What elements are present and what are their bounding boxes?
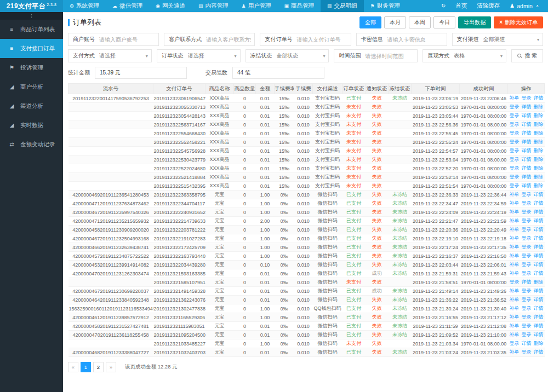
action-link[interactable]: 补单 <box>510 253 520 258</box>
freeze-status-select[interactable]: 全部状态▾ <box>277 52 329 60</box>
action-link[interactable]: 登录 <box>510 148 520 153</box>
action-link[interactable]: 登录 <box>522 218 532 223</box>
action-link[interactable]: 补单 <box>510 349 520 355</box>
action-link[interactable]: 补单 <box>510 192 520 197</box>
page-button-1[interactable]: 1 <box>81 362 91 372</box>
action-link[interactable]: 登录 <box>522 253 532 258</box>
action-link[interactable]: 详情 <box>534 270 544 276</box>
sidebar-item-balance-log[interactable]: ⇄金额变动记录 <box>0 135 63 154</box>
action-link[interactable]: 详情 <box>534 200 544 206</box>
action-link[interactable]: 详情 <box>534 253 544 258</box>
delete-invalid-orders-button[interactable]: ×删除无效订单 <box>494 16 543 28</box>
sidebar-item-payment-orders[interactable]: ≡支付接口订单 <box>0 39 63 58</box>
action-link[interactable]: 登录 <box>510 122 520 127</box>
nav-item-transactions[interactable]: ▥交易明细 <box>321 0 364 12</box>
action-link[interactable]: 删除 <box>534 174 544 180</box>
action-link[interactable]: 详情 <box>522 113 532 118</box>
merchant-account-input[interactable] <box>99 37 155 43</box>
home-link[interactable]: 首页 <box>450 2 472 10</box>
nav-item-products[interactable]: ▣商品管理 <box>278 0 321 12</box>
action-link[interactable]: 详情 <box>534 192 544 197</box>
time-range-input[interactable] <box>365 53 414 59</box>
action-link[interactable]: 详情 <box>534 227 544 232</box>
action-link[interactable]: 删除 <box>534 139 544 145</box>
action-link[interactable]: 删除 <box>534 183 544 188</box>
action-link[interactable]: 补单 <box>510 314 520 320</box>
search-button[interactable]: 搜 索 <box>511 49 543 62</box>
range-button-2[interactable]: 本月 <box>384 16 406 28</box>
page-button-2[interactable]: 2 <box>93 362 104 372</box>
sidebar-item-complaints[interactable]: ⚑投诉管理 <box>0 58 63 77</box>
action-link[interactable]: 登录 <box>522 323 532 328</box>
action-link[interactable]: 补单 <box>510 209 520 215</box>
action-link[interactable]: 登录 <box>522 235 532 241</box>
action-link[interactable]: 登录 <box>510 174 520 180</box>
prev-page-button[interactable]: « <box>68 362 78 372</box>
action-link[interactable]: 详情 <box>522 279 532 285</box>
range-button-4[interactable]: 今日 <box>433 16 455 28</box>
payment-order-no-input[interactable] <box>296 37 347 43</box>
action-link[interactable]: 补单 <box>510 218 520 223</box>
action-link[interactable]: 登录 <box>510 130 520 136</box>
action-link[interactable]: 详情 <box>534 349 544 355</box>
range-button-1[interactable]: 全部 <box>359 16 381 28</box>
display-mode-select[interactable]: 表格▾ <box>454 52 506 60</box>
action-link[interactable]: 补单 <box>510 297 520 302</box>
action-link[interactable]: 详情 <box>534 209 544 215</box>
action-link[interactable]: 详情 <box>534 288 544 293</box>
action-link[interactable]: 登录 <box>510 104 520 109</box>
action-link[interactable]: 详情 <box>534 297 544 302</box>
action-link[interactable]: 详情 <box>534 332 544 337</box>
action-link[interactable]: 详情 <box>534 218 544 223</box>
action-link[interactable]: 登录 <box>510 183 520 188</box>
action-link[interactable]: 删除 <box>534 104 544 109</box>
payment-channel-select[interactable]: 全部渠道▾ <box>483 36 543 43</box>
action-link[interactable]: 详情 <box>522 157 532 162</box>
action-link[interactable]: 详情 <box>522 130 532 136</box>
action-link[interactable]: 登录 <box>522 95 532 101</box>
action-link[interactable]: 登录 <box>522 192 532 197</box>
action-link[interactable]: 详情 <box>522 165 532 171</box>
range-button-3[interactable]: 本周 <box>409 16 431 28</box>
action-link[interactable]: 删除 <box>534 157 544 162</box>
action-link[interactable]: 详情 <box>522 139 532 145</box>
action-link[interactable]: 登录 <box>522 200 532 206</box>
action-link[interactable]: 删除 <box>534 122 544 127</box>
action-link[interactable]: 登录 <box>510 165 520 171</box>
action-link[interactable]: 详情 <box>522 174 532 180</box>
sidebar-item-product-orders[interactable]: ≡商品订单列表 <box>0 20 63 39</box>
next-page-button[interactable]: » <box>106 362 116 372</box>
action-link[interactable]: 登录 <box>522 305 532 311</box>
sidebar-item-channel-analysis[interactable]: ◢渠道分析 <box>0 96 63 116</box>
action-link[interactable]: 登录 <box>522 244 532 250</box>
action-link[interactable]: 登录 <box>510 139 520 145</box>
nav-item-users[interactable]: ♟用户管理 <box>235 0 277 12</box>
action-link[interactable]: 补单 <box>510 288 520 293</box>
sidebar-item-merchant-analysis[interactable]: ◢商户分析 <box>0 77 63 96</box>
action-link[interactable]: 补单 <box>510 323 520 328</box>
action-link[interactable]: 补单 <box>510 332 520 337</box>
clear-cache-link[interactable]: 清除缓存 <box>472 2 505 10</box>
action-link[interactable]: 登录 <box>510 341 520 346</box>
refresh-button[interactable]: ↻ <box>436 3 450 9</box>
action-link[interactable]: 详情 <box>534 323 544 328</box>
action-link[interactable]: 登录 <box>522 262 532 267</box>
card-info-input[interactable] <box>387 37 443 43</box>
sidebar-item-realtime-data[interactable]: ◢实时数据 <box>0 116 63 135</box>
action-link[interactable]: 详情 <box>534 314 544 320</box>
action-link[interactable]: 补单 <box>510 305 520 311</box>
action-link[interactable]: 详情 <box>522 341 532 346</box>
action-link[interactable]: 详情 <box>534 305 544 311</box>
action-link[interactable]: 登录 <box>522 209 532 215</box>
export-data-button[interactable]: 导出数据 <box>458 16 491 28</box>
nav-item-content[interactable]: ▤内容管理 <box>192 0 235 12</box>
user-menu[interactable]: ♟ admin ∧ <box>505 3 544 9</box>
action-link[interactable]: 登录 <box>510 157 520 162</box>
action-link[interactable]: 删除 <box>534 165 544 171</box>
action-link[interactable]: 补单 <box>510 227 520 232</box>
action-link[interactable]: 详情 <box>534 95 544 101</box>
action-link[interactable]: 删除 <box>534 148 544 153</box>
action-link[interactable]: 登录 <box>522 270 532 276</box>
action-link[interactable]: 详情 <box>522 122 532 127</box>
action-link[interactable]: 补单 <box>510 262 520 267</box>
